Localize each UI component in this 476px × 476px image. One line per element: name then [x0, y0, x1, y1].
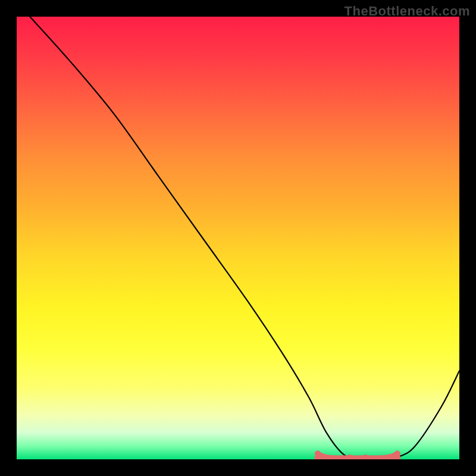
highlight-dot [362, 455, 369, 459]
plot-area [17, 17, 459, 459]
watermark-label: TheBottleneck.com [345, 4, 470, 19]
chart-frame: TheBottleneck.com [0, 0, 476, 476]
series-group [30, 17, 459, 459]
chart-svg [17, 17, 459, 459]
highlight-band [318, 453, 397, 458]
highlight-dot [346, 455, 353, 459]
bottleneck-curve [30, 17, 459, 459]
